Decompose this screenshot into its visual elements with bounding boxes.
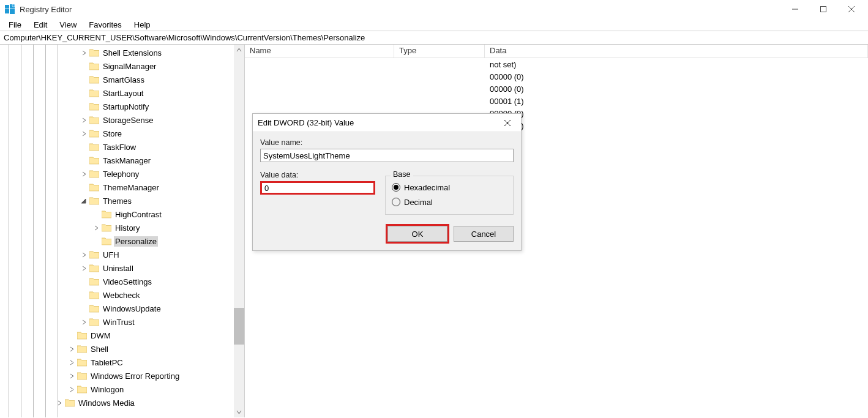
svg-rect-2 — [5, 9, 9, 13]
tree-item-label: StorageSense — [102, 115, 154, 125]
tree-item-label: Windows Media — [77, 398, 136, 408]
tree-item-label: Uninstall — [102, 263, 135, 274]
chevron-right-icon[interactable] — [80, 264, 88, 272]
list-cell-data: 00000 (0) — [485, 72, 868, 81]
chevron-right-icon[interactable] — [67, 371, 76, 380]
tree-item[interactable]: TaskFlow — [0, 140, 244, 154]
scroll-thumb[interactable] — [234, 308, 244, 345]
tree-item[interactable]: Shell — [0, 342, 244, 356]
tree-item-label: Themes — [102, 196, 133, 206]
tree-item[interactable]: Telephony — [0, 167, 244, 181]
list-cell-data: 00000 (0) — [485, 121, 868, 130]
menu-help[interactable]: Help — [128, 19, 157, 31]
tree-item-label: Telephony — [102, 169, 140, 179]
chevron-right-icon[interactable] — [80, 116, 88, 124]
tree-item-label: WindowsUpdate — [102, 304, 162, 314]
tree-item[interactable]: TaskManager — [0, 154, 244, 167]
folder-icon — [89, 264, 99, 272]
scroll-down-button[interactable] — [234, 407, 244, 417]
folder-icon — [89, 143, 99, 151]
tree-item[interactable]: StartLayout — [0, 86, 244, 100]
tree-item[interactable]: Themes — [0, 194, 244, 207]
tree-item[interactable]: SmartGlass — [0, 73, 244, 86]
folder-icon — [89, 75, 99, 84]
tree-item-label: Store — [102, 129, 123, 139]
minimize-button[interactable] — [781, 0, 809, 18]
close-button[interactable] — [837, 0, 866, 18]
chevron-right-icon[interactable] — [80, 318, 88, 326]
folder-icon — [89, 277, 99, 286]
tree-item[interactable]: Store — [0, 127, 244, 140]
chevron-right-icon[interactable] — [80, 170, 88, 178]
address-bar[interactable]: Computer\HKEY_CURRENT_USER\Software\Micr… — [0, 31, 868, 45]
tree-item[interactable]: Personalize — [0, 234, 244, 248]
value-data-label: Value data: — [260, 171, 376, 179]
chevron-right-icon[interactable] — [67, 345, 76, 353]
tree-item[interactable]: WindowsUpdate — [0, 302, 244, 315]
menu-favorites[interactable]: Favorites — [83, 19, 127, 31]
tree-item[interactable]: Windows Error Reporting — [0, 369, 244, 383]
ok-button[interactable]: OK — [387, 226, 447, 242]
edit-dword-dialog: Edit DWORD (32-bit) Value Value name: Va… — [252, 113, 522, 251]
chevron-right-icon[interactable] — [92, 223, 100, 232]
column-header-data[interactable]: Data — [485, 45, 868, 58]
list-row[interactable]: not set) — [245, 58, 868, 70]
tree-item[interactable]: Uninstall — [0, 261, 244, 275]
tree-item[interactable]: VideoSettings — [0, 275, 244, 288]
expander-none — [92, 210, 100, 218]
folder-icon — [89, 102, 99, 111]
tree-item[interactable]: UFH — [0, 248, 244, 261]
list-cell-data: 00000 (0) — [485, 84, 868, 94]
list-row[interactable]: 00000 (0) — [245, 70, 868, 83]
folder-icon — [89, 170, 99, 178]
tree-item[interactable]: StorageSense — [0, 113, 244, 127]
list-row[interactable]: 00000 (0) — [245, 83, 868, 95]
registry-tree[interactable]: Shell ExtensionsSignalManagerSmartGlassS… — [0, 45, 244, 409]
tree-item-label: DWM — [89, 330, 112, 341]
chevron-right-icon[interactable] — [67, 385, 76, 394]
folder-icon — [89, 48, 99, 57]
tree-item[interactable]: DWM — [0, 329, 244, 342]
scroll-up-button[interactable] — [234, 45, 244, 55]
expander-none — [80, 156, 88, 165]
radio-hexadecimal[interactable]: Hexadecimal — [392, 180, 507, 195]
chevron-right-icon[interactable] — [80, 250, 88, 259]
cancel-button[interactable]: Cancel — [454, 226, 514, 242]
menu-file[interactable]: File — [2, 19, 28, 31]
svg-rect-0 — [5, 5, 9, 9]
tree-scrollbar[interactable] — [234, 45, 244, 417]
radio-decimal[interactable]: Decimal — [392, 195, 507, 209]
column-header-type[interactable]: Type — [394, 45, 485, 58]
dialog-close-button[interactable] — [499, 114, 516, 132]
chevron-down-icon[interactable] — [80, 196, 88, 205]
folder-icon — [77, 385, 87, 394]
chevron-right-icon[interactable] — [80, 129, 88, 138]
tree-item[interactable]: Winlogon — [0, 383, 244, 396]
menu-edit[interactable]: Edit — [28, 19, 53, 31]
tree-item[interactable]: ThemeManager — [0, 181, 244, 194]
tree-item[interactable]: StartupNotify — [0, 100, 244, 113]
tree-item[interactable]: Windows Media — [0, 396, 244, 409]
value-data-input[interactable] — [260, 181, 375, 195]
folder-icon — [89, 156, 99, 165]
tree-item[interactable]: History — [0, 221, 244, 234]
column-header-name[interactable]: Name — [245, 45, 394, 58]
tree-item[interactable]: Webcheck — [0, 288, 244, 302]
folder-icon — [77, 331, 87, 340]
list-row[interactable]: 00001 (1) — [245, 95, 868, 107]
folder-icon — [89, 250, 99, 259]
tree-item[interactable]: SignalManager — [0, 59, 244, 73]
menu-view[interactable]: View — [53, 19, 83, 31]
tree-item[interactable]: TabletPC — [0, 356, 244, 369]
chevron-right-icon[interactable] — [80, 48, 88, 57]
folder-icon — [89, 291, 99, 299]
tree-item[interactable]: Shell Extensions — [0, 46, 244, 59]
tree-item[interactable]: HighContrast — [0, 207, 244, 221]
maximize-button[interactable] — [809, 0, 837, 18]
chevron-right-icon[interactable] — [55, 398, 64, 407]
expander-none — [80, 277, 88, 286]
expander-none — [80, 62, 88, 70]
value-name-input[interactable] — [260, 149, 514, 162]
tree-item[interactable]: WinTrust — [0, 315, 244, 329]
chevron-right-icon[interactable] — [67, 358, 76, 367]
